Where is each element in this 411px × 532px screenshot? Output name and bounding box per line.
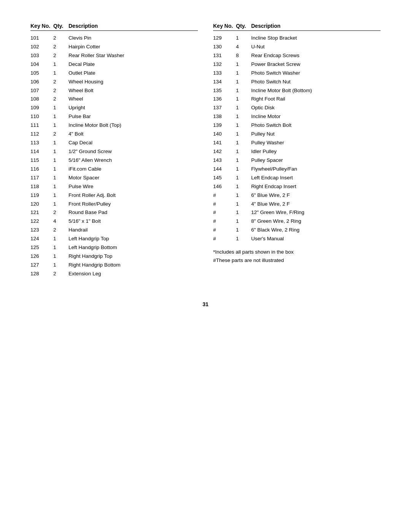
table-row: 132 1 Power Bracket Screw (213, 60, 381, 69)
key-no: 124 (30, 235, 53, 243)
table-row: 141 1 Pulley Washer (213, 139, 381, 147)
key-no: 129 (213, 34, 236, 42)
qty: 1 (236, 148, 251, 156)
description: 5/16" Allen Wrench (68, 157, 198, 165)
key-no: # (213, 209, 236, 217)
key-no: 130 (213, 43, 236, 51)
key-no: 104 (30, 61, 53, 69)
description: U-Nut (251, 43, 381, 51)
qty: 1 (236, 34, 251, 42)
qty: 1 (236, 200, 251, 208)
description: Incline Motor Bolt (Bottom) (251, 87, 381, 95)
description: Wheel (68, 95, 198, 103)
qty: 1 (53, 235, 68, 243)
description: Right Endcap Insert (251, 183, 381, 191)
table-row: 104 1 Decal Plate (30, 60, 198, 69)
key-no: 118 (30, 183, 53, 191)
table-row: # 1 6" Black Wire, 2 Ring (213, 226, 381, 235)
key-no: 146 (213, 183, 236, 191)
description: Right Foot Rail (251, 95, 381, 103)
key-no: 144 (213, 165, 236, 173)
key-no: 145 (213, 174, 236, 182)
key-no: 103 (30, 52, 53, 60)
description: Right Handgrip Bottom (68, 261, 198, 269)
qty: 2 (53, 130, 68, 138)
table-row: 134 1 Photo Switch Nut (213, 78, 381, 86)
key-no: 107 (30, 87, 53, 95)
table-row: 107 2 Wheel Bolt (30, 86, 198, 95)
description: Cap Decal (68, 139, 198, 147)
table-row: # 1 6" Blue Wire, 2 F (213, 191, 381, 200)
table-row: 129 1 Incline Stop Bracket (213, 34, 381, 43)
description: 6" Black Wire, 2 Ring (251, 226, 381, 234)
qty: 1 (236, 209, 251, 217)
key-no: 136 (213, 95, 236, 103)
table-row: 116 1 iFit.com Cable (30, 165, 198, 174)
left-qty-header: Qty. (53, 23, 68, 29)
description: 5/16" x 1" Bolt (68, 217, 198, 225)
description: Flywheel/Pulley/Fan (251, 165, 381, 173)
right-rows: 129 1 Incline Stop Bracket 130 4 U-Nut 1… (213, 34, 381, 243)
table-row: 115 1 5/16" Allen Wrench (30, 156, 198, 165)
left-column-header: Key No. Qty. Description (30, 23, 198, 31)
description: Left Handgrip Top (68, 235, 198, 243)
footnote-text: *Includes all parts shown in the box (213, 248, 381, 256)
qty: 1 (236, 104, 251, 112)
description: Incline Motor Bolt (Top) (68, 121, 198, 129)
table-row: 131 8 Rear Endcap Screws (213, 51, 381, 60)
key-no: 131 (213, 52, 236, 60)
key-no: 137 (213, 104, 236, 112)
qty: 1 (53, 104, 68, 112)
table-row: 139 1 Photo Switch Bolt (213, 121, 381, 130)
qty: 1 (236, 165, 251, 173)
qty: 1 (236, 95, 251, 103)
description: Photo Switch Nut (251, 78, 381, 86)
key-no: # (213, 200, 236, 208)
qty: 1 (236, 61, 251, 69)
qty: 1 (53, 252, 68, 260)
qty: 1 (53, 192, 68, 200)
qty: 2 (53, 34, 68, 42)
qty: 2 (53, 95, 68, 103)
left-desc-header: Description (68, 23, 198, 29)
key-no: 138 (213, 113, 236, 121)
description: Power Bracket Screw (251, 61, 381, 69)
qty: 1 (236, 157, 251, 165)
key-no: 116 (30, 165, 53, 173)
table-row: # 1 8" Green Wire, 2 Ring (213, 217, 381, 226)
description: Upright (68, 104, 198, 112)
right-desc-header: Description (251, 23, 381, 29)
description: Rear Endcap Screws (251, 52, 381, 60)
parts-table-container: Key No. Qty. Description 101 2 Clevis Pi… (30, 23, 381, 278)
right-parts-column: Key No. Qty. Description 129 1 Incline S… (213, 23, 381, 278)
table-row: 123 2 Handrail (30, 226, 198, 235)
key-no: 108 (30, 95, 53, 103)
table-row: 103 2 Rear Roller Star Washer (30, 51, 198, 60)
key-no: # (213, 217, 236, 225)
key-no: 106 (30, 78, 53, 86)
key-no: 134 (213, 78, 236, 86)
qty: 2 (53, 78, 68, 86)
description: Extension Leg (68, 270, 198, 278)
table-row: 118 1 Pulse Wire (30, 182, 198, 191)
table-row: 128 2 Extension Leg (30, 270, 198, 278)
key-no: 117 (30, 174, 53, 182)
key-no: 109 (30, 104, 53, 112)
qty: 1 (236, 121, 251, 129)
left-keyno-header: Key No. (30, 23, 53, 29)
table-row: 111 1 Incline Motor Bolt (Top) (30, 121, 198, 130)
description: Front Roller/Pulley (68, 200, 198, 208)
key-no: 141 (213, 139, 236, 147)
table-row: 140 1 Pulley Nut (213, 130, 381, 139)
key-no: 120 (30, 200, 53, 208)
qty: 1 (236, 69, 251, 77)
qty: 1 (236, 235, 251, 243)
description: Photo Switch Washer (251, 69, 381, 77)
table-row: 146 1 Right Endcap Insert (213, 182, 381, 191)
qty: 1 (236, 174, 251, 182)
qty: 1 (236, 130, 251, 138)
table-row: 119 1 Front Roller Adj. Bolt (30, 191, 198, 200)
qty: 8 (236, 52, 251, 60)
description: 8" Green Wire, 2 Ring (251, 217, 381, 225)
qty: 1 (236, 217, 251, 225)
